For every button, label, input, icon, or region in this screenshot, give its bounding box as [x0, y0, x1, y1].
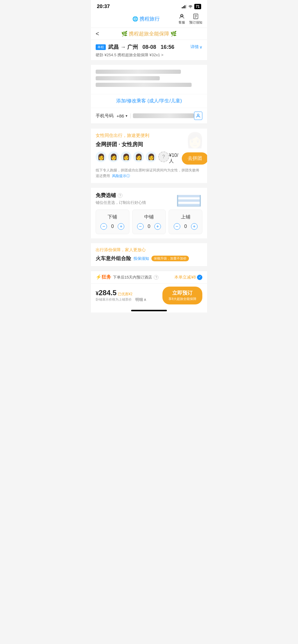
- task-help-icon[interactable]: ?: [154, 275, 159, 280]
- chevron-down-icon: ∨: [199, 45, 202, 49]
- svg-rect-11: [177, 204, 201, 206]
- task-logo: ⚡狂务: [96, 274, 111, 280]
- svg-rect-15: [200, 195, 201, 206]
- booking-notice-btn[interactable]: 预订须知: [189, 13, 202, 25]
- dropdown-arrow-icon: ▼: [125, 114, 128, 118]
- berth-desc: 铺位任意选，订制出行好心情: [96, 200, 146, 205]
- page-title-bar: < 🌿 携程超旅全能保障 🌿: [91, 28, 207, 40]
- app-header: 🌐 携程旅行 客服 预订须知: [91, 11, 207, 28]
- berth-lower-stepper: − 0 +: [99, 223, 126, 230]
- status-icons: 71: [182, 4, 201, 9]
- insurance-row: 火车意外组合险 投保须知 保额升级，加量不加价: [96, 255, 202, 262]
- svg-rect-1: [183, 6, 184, 8]
- task-bar-right: 本单立减¥8 ✓: [174, 275, 202, 280]
- berth-upper-plus[interactable]: +: [191, 223, 198, 230]
- svg-rect-13: [177, 195, 201, 197]
- customer-service-icon: [179, 13, 185, 20]
- berth-middle-minus[interactable]: −: [137, 223, 144, 230]
- task-discount-text: 本单立减¥8: [174, 275, 196, 280]
- logo-icon: 🌐: [132, 16, 138, 22]
- title-deco-right: 🌿: [170, 31, 177, 37]
- payment-info: ¥284.5 已优惠¥2 卧铺展示价格为上铺票价 明细 ∧: [96, 289, 147, 302]
- status-bar: 20:37 71: [91, 0, 207, 11]
- signal-icon: [182, 5, 187, 8]
- phone-input-section: 手机号码 +86 ▼: [91, 108, 207, 124]
- berth-middle-stepper: − 0 +: [136, 223, 163, 230]
- app-logo: 🌐 携程旅行: [114, 15, 179, 22]
- back-button[interactable]: <: [96, 30, 99, 37]
- task-check-icon: ✓: [197, 275, 202, 280]
- home-indicator: [91, 307, 207, 312]
- home-bar: [131, 310, 167, 311]
- avatar-question: ?: [158, 151, 169, 162]
- wifi-icon: [188, 5, 193, 8]
- trip-route-text: 武昌 → 广州 08-08 16:56: [108, 43, 174, 51]
- female-bg-deco: 👩: [171, 129, 207, 183]
- logo-text: 携程旅行: [139, 15, 160, 22]
- user-info-blur-2: [96, 83, 192, 87]
- person-icon: [195, 113, 201, 118]
- berth-upper-stepper: − 0 +: [172, 223, 199, 230]
- payment-detail-link[interactable]: 明细 ∧: [135, 297, 147, 302]
- user-info-card: [91, 65, 207, 94]
- berth-middle-plus[interactable]: +: [154, 223, 161, 230]
- berth-title: 免费选铺: [96, 192, 116, 199]
- yen-symbol: ¥: [96, 290, 99, 296]
- risk-notice-link[interactable]: 风险提示ⓘ: [112, 174, 130, 178]
- insurance-section: 出行添份保障，家人更放心 火车意外组合险 投保须知 保额升级，加量不加价: [91, 243, 207, 266]
- svg-rect-2: [184, 5, 185, 8]
- chevron-up-icon: ∧: [144, 297, 147, 302]
- berth-lower-minus[interactable]: −: [100, 223, 107, 230]
- payment-price: ¥284.5: [96, 289, 117, 297]
- berth-lower-plus[interactable]: +: [118, 223, 124, 230]
- berth-middle: 中铺 − 0 +: [132, 210, 166, 234]
- contact-picker-icon[interactable]: [194, 112, 202, 120]
- svg-rect-0: [182, 7, 183, 8]
- add-passenger-text: 添加/修改乘客 (成人/学生/儿童): [116, 98, 182, 103]
- payment-note: 卧铺展示价格为上铺票价: [96, 297, 132, 302]
- insurance-promo-title: 出行添份保障，家人更放心: [96, 247, 202, 253]
- book-now-button[interactable]: 立即预订 享8大超旅全能保障: [162, 287, 202, 304]
- payment-bar: ¥284.5 已优惠¥2 卧铺展示价格为上铺票价 明细 ∧ 立即预订 享8大超旅…: [91, 283, 207, 307]
- berth-upper-minus[interactable]: −: [174, 223, 180, 230]
- header-actions: 客服 预订须知: [179, 13, 202, 25]
- phone-code-selector[interactable]: +86 ▼: [117, 113, 131, 118]
- page-title: 🌿 携程超旅全能保障 🌿: [121, 30, 177, 37]
- battery-icon: 71: [194, 4, 201, 9]
- add-passenger-section[interactable]: 添加/修改乘客 (成人/学生/儿童): [91, 94, 207, 108]
- berth-help-icon[interactable]: ?: [118, 193, 122, 198]
- svg-point-4: [181, 14, 183, 16]
- trip-price-info: 硬卧 ¥254.5 携程超旅全能保障 ¥32x1 >: [96, 52, 202, 58]
- insurance-badge: 保额升级，加量不加价: [151, 256, 189, 261]
- trip-info: 单程 武昌 → 广州 08-08 16:56 详情 ∨ 硬卧 ¥254.5 携程…: [91, 40, 207, 60]
- trip-type-badge: 单程: [96, 44, 106, 50]
- task-bar: ⚡狂务 下单后15天内预订酒店 ? 本单立减¥8 ✓: [91, 271, 207, 283]
- phone-label: 手机号码: [96, 113, 114, 119]
- berth-upper-value: 0: [183, 224, 189, 229]
- customer-service-label: 客服: [179, 20, 185, 25]
- title-deco-left: 🌿: [121, 31, 128, 37]
- user-name-blur: [96, 70, 181, 74]
- payment-bottom-row: 卧铺展示价格为上铺票价 明细 ∧: [96, 297, 147, 302]
- female-group-section: 👩 女性同住出行，旅途更便利 全网拼团 · 女性房间 👩 👩 👩 👩 👩 ? ¥…: [91, 129, 207, 183]
- svg-point-10: [197, 114, 199, 116]
- avatar-2: 👩: [108, 151, 119, 162]
- task-desc: 下单后15天内预订酒店: [113, 275, 152, 280]
- insurance-notice-link[interactable]: 投保须知: [134, 256, 149, 261]
- berth-header: 免费选铺 ?: [96, 192, 146, 199]
- svg-rect-14: [177, 195, 178, 206]
- berth-lower-label: 下铺: [99, 214, 126, 220]
- customer-service-btn[interactable]: 客服: [179, 13, 185, 25]
- avatar-3: 👩: [121, 151, 131, 162]
- berth-middle-value: 0: [146, 224, 152, 229]
- berth-middle-label: 中铺: [136, 214, 163, 220]
- avatar-5: 👩: [146, 151, 156, 162]
- berth-section: 免费选铺 ? 铺位任意选，订制出行好心情 下铺 − 0 + 中铺: [91, 188, 207, 238]
- avatar-4: 👩: [133, 151, 144, 162]
- phone-number-input[interactable]: [133, 113, 194, 118]
- insurance-name: 火车意外组合险: [96, 255, 131, 262]
- berth-options: 下铺 − 0 + 中铺 − 0 + 上铺 − 0 +: [96, 210, 202, 234]
- trip-route: 单程 武昌 → 广州 08-08 16:56 详情 ∨: [96, 43, 202, 51]
- berth-lower-value: 0: [109, 224, 115, 229]
- trip-detail-link[interactable]: 详情 ∨: [190, 44, 202, 50]
